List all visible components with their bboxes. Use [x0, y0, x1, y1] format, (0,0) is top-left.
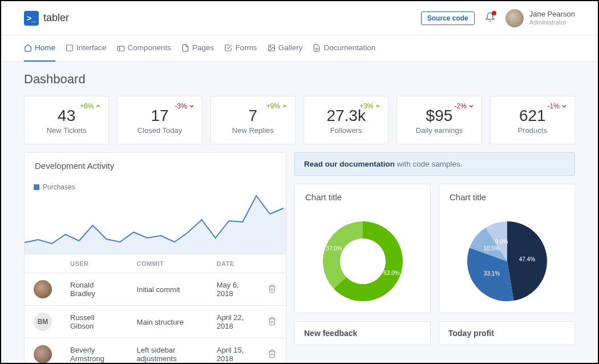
components-icon: [117, 44, 125, 52]
date-cell: April 22, 2018: [208, 306, 258, 338]
brand-logo[interactable]: >_ tabler: [24, 11, 69, 26]
stat-card-daily-earnings: -2% $95Daily earnings: [396, 96, 481, 144]
svg-text:37.0%: 37.0%: [326, 245, 342, 252]
page-title: Dashboard: [24, 72, 575, 87]
svg-text:10.5%: 10.5%: [483, 245, 499, 252]
nav-item-interface[interactable]: Interface: [66, 35, 107, 62]
header: >_ tabler Source code Jane Pearson Admin…: [1, 1, 598, 35]
stat-label: New Tickets: [25, 126, 108, 135]
avatar: BM: [34, 313, 52, 331]
documentation-alert[interactable]: Read our documentation with code samples…: [294, 152, 575, 176]
col-user: USER: [61, 254, 128, 273]
dev-activity-card: Development Activity Purchases USER COMM…: [24, 152, 286, 364]
source-code-button[interactable]: Source code: [421, 11, 475, 25]
stat-card-followers: +3% 27.3kFollowers: [303, 96, 388, 144]
commit-cell: Left sidebar adjustments: [128, 338, 208, 365]
delta: +3%: [359, 102, 381, 110]
delta: -2%: [454, 102, 474, 110]
pie-chart: 47.4%33.1%10.5%9.0%: [439, 210, 574, 313]
nav-item-gallery[interactable]: Gallery: [268, 35, 303, 62]
donut-chart: 63.0%37.0%: [295, 210, 430, 313]
nav-item-components[interactable]: Components: [117, 35, 172, 62]
avatar: [34, 280, 52, 298]
pages-icon: [181, 44, 189, 52]
stat-card-products: -1% 621Products: [490, 96, 575, 144]
line-chart: [25, 191, 286, 254]
nav-item-pages[interactable]: Pages: [181, 35, 214, 62]
today-profit-card: Today profit: [439, 321, 575, 345]
svg-text:33.1%: 33.1%: [483, 270, 499, 277]
pie-chart-card: Chart title 47.4%33.1%10.5%9.0%: [439, 184, 575, 313]
table-row: Beverly ArmstrongLeft sidebar adjustment…: [25, 338, 286, 365]
trash-icon[interactable]: [258, 338, 286, 365]
notification-dot: [492, 11, 496, 15]
stat-card-new-replies: +9% 7New Replies: [211, 96, 296, 144]
svg-rect-0: [67, 45, 73, 51]
documentation-icon: [313, 44, 321, 52]
logo-icon: >_: [24, 11, 39, 26]
avatar: [34, 345, 52, 363]
stat-card-closed-today: -3% 17Closed Today: [117, 96, 202, 144]
brand-name: tabler: [43, 12, 69, 24]
stats-row: +6% 43New Tickets-3% 17Closed Today+9% 7…: [24, 96, 575, 144]
commits-table: USER COMMIT DATE Ronald BradleyInitial c…: [25, 254, 286, 364]
commit-cell: Main structure: [128, 306, 208, 338]
nav-item-documentation[interactable]: Documentation: [313, 35, 375, 62]
notification-bell-icon[interactable]: [485, 12, 495, 24]
delta: -1%: [548, 102, 568, 110]
forms-icon: [224, 44, 232, 52]
user-name: Jane Pearson: [529, 10, 575, 19]
svg-text:47.4%: 47.4%: [519, 256, 535, 262]
new-feedback-card: New feedback: [294, 321, 431, 345]
commit-cell: Initial commit: [128, 273, 208, 306]
stat-label: Closed Today: [118, 126, 201, 135]
table-row: BMRussell GibsonMain structureApril 22, …: [25, 306, 286, 338]
user-role: Administrator: [529, 19, 575, 26]
delta: +9%: [266, 102, 288, 110]
stat-label: New Replies: [211, 126, 295, 135]
svg-text:9.0%: 9.0%: [495, 238, 508, 245]
delta: +6%: [80, 102, 102, 110]
card-title: Development Activity: [25, 153, 286, 179]
user-cell: Ronald Bradley: [61, 273, 128, 306]
table-row: Ronald BradleyInitial commitMay 6, 2018: [25, 273, 286, 306]
user-cell: Russell Gibson: [61, 306, 128, 338]
donut-chart-card: Chart title 63.0%37.0%: [294, 184, 431, 313]
trash-icon[interactable]: [258, 273, 286, 306]
stat-label: Daily earnings: [397, 126, 481, 135]
date-cell: May 6, 2018: [208, 273, 258, 306]
gallery-icon: [268, 44, 276, 52]
delta: -3%: [175, 102, 195, 110]
user-menu[interactable]: Jane Pearson Administrator: [505, 9, 575, 27]
nav-item-home[interactable]: Home: [24, 35, 55, 62]
chart-legend: Purchases: [25, 179, 286, 191]
stat-card-new-tickets: +6% 43New Tickets: [24, 96, 109, 144]
col-commit: COMMIT: [128, 254, 208, 273]
svg-text:63.0%: 63.0%: [383, 270, 399, 276]
col-date: DATE: [208, 254, 258, 273]
stat-label: Products: [491, 126, 574, 135]
avatar: [505, 9, 524, 27]
trash-icon[interactable]: [258, 306, 286, 338]
home-icon: [24, 44, 32, 52]
interface-icon: [66, 44, 74, 52]
main-nav: HomeInterfaceComponentsPagesFormsGallery…: [1, 35, 598, 62]
svg-rect-1: [118, 46, 124, 51]
stat-label: Followers: [304, 126, 388, 135]
svg-point-4: [270, 46, 271, 47]
date-cell: April 15, 2018: [208, 338, 258, 365]
user-cell: Beverly Armstrong: [61, 338, 128, 365]
nav-item-forms[interactable]: Forms: [224, 35, 257, 62]
